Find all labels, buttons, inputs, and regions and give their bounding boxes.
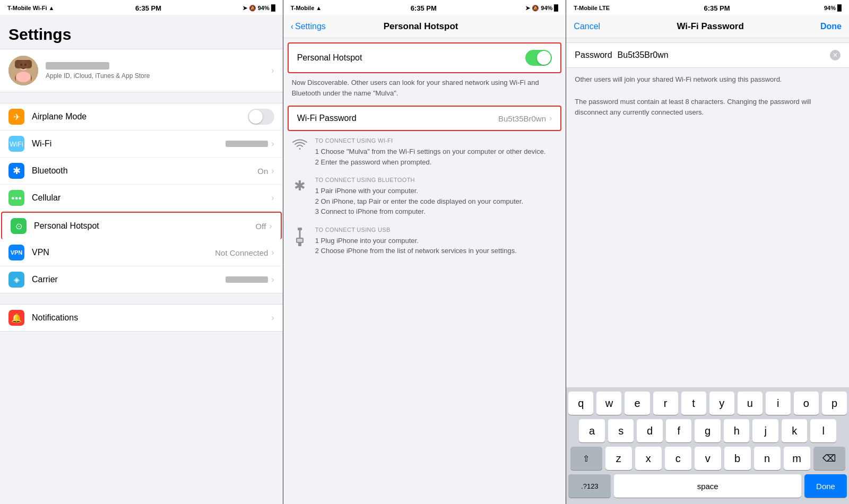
- profile-subtitle: Apple ID, iCloud, iTunes & App Store: [46, 72, 271, 80]
- toggle-knob: [249, 110, 263, 124]
- airplane-mode-label: Airplane Mode: [32, 112, 248, 121]
- key-k[interactable]: k: [782, 419, 808, 442]
- key-g[interactable]: g: [695, 419, 721, 442]
- panel-settings: T-Mobile Wi-Fi ▲ 6:35 PM ➤ 🔕 94% ▉ Setti…: [0, 0, 283, 504]
- row-vpn[interactable]: VPN VPN Not Connected ›: [0, 239, 283, 266]
- cancel-button[interactable]: Cancel: [574, 22, 600, 31]
- bt-connect-icon: ✱: [292, 178, 308, 194]
- key-y[interactable]: y: [709, 392, 734, 415]
- status-bar-3: T-Mobile LTE 6:35 PM 94% ▉: [566, 0, 849, 15]
- done-button[interactable]: Done: [820, 22, 842, 31]
- key-i[interactable]: i: [766, 392, 791, 415]
- svg-rect-10: [299, 230, 300, 238]
- bluetooth-label: Bluetooth: [32, 166, 257, 176]
- password-content: Password Bu5t35Br0wn ✕ Other users will …: [566, 38, 849, 387]
- profile-info: Apple ID, iCloud, iTunes & App Store: [46, 62, 271, 80]
- connect-wifi-text: TO CONNECT USING WI-FI 1 Choose "Mulva" …: [315, 137, 546, 167]
- row-notifications[interactable]: 🔔 Notifications ›: [0, 305, 283, 331]
- connect-instructions: TO CONNECT USING WI-FI 1 Choose "Mulva" …: [283, 137, 566, 256]
- status-carrier-1: T-Mobile Wi-Fi ▲: [7, 5, 54, 11]
- key-space[interactable]: space: [614, 474, 801, 498]
- svg-rect-12: [297, 239, 302, 242]
- key-d[interactable]: d: [637, 419, 663, 442]
- key-o[interactable]: o: [794, 392, 819, 415]
- password-field-row[interactable]: Password Bu5t35Br0wn ✕: [566, 42, 849, 68]
- key-t[interactable]: t: [681, 392, 706, 415]
- vpn-icon: VPN: [8, 245, 24, 260]
- status-battery-3: 94% ▉: [824, 5, 842, 12]
- key-m[interactable]: m: [784, 447, 810, 470]
- wifi-label: Wi-Fi: [32, 139, 226, 149]
- nav-title-password: Wi-Fi Password: [677, 21, 743, 32]
- key-e[interactable]: e: [625, 392, 649, 415]
- back-button[interactable]: ‹ Settings: [291, 22, 326, 31]
- connect-bt-step3: 3 Connect to iPhone from computer.: [315, 206, 523, 217]
- row-personal-hotspot[interactable]: ⊙ Personal Hotspot Off ›: [1, 212, 282, 239]
- hotspot-description: Now Discoverable. Other users can look f…: [283, 73, 566, 106]
- key-x[interactable]: x: [635, 447, 662, 470]
- connect-bt-header: TO CONNECT USING BLUETOOTH: [315, 177, 523, 183]
- connect-usb-step2: 2 Choose iPhone from the list of network…: [315, 246, 517, 256]
- key-p[interactable]: p: [822, 392, 847, 415]
- key-delete[interactable]: ⌫: [813, 447, 845, 470]
- vpn-value: Not Connected: [215, 248, 268, 257]
- wifi-password-row[interactable]: Wi-Fi Password Bu5t35Br0wn ›: [289, 107, 561, 130]
- key-n[interactable]: n: [754, 447, 781, 470]
- key-h[interactable]: h: [724, 419, 750, 442]
- status-carrier-2: T-Mobile ▲: [291, 5, 322, 11]
- row-cellular[interactable]: ●●● Cellular ›: [0, 185, 283, 212]
- panel-wifi-password: T-Mobile LTE 6:35 PM 94% ▉ Cancel Wi-Fi …: [566, 0, 849, 504]
- connect-bt-step1: 1 Pair iPhone with your computer.: [315, 186, 523, 196]
- key-v[interactable]: v: [695, 447, 721, 470]
- wifi-value-blur: [226, 141, 268, 147]
- key-l[interactable]: l: [810, 419, 836, 442]
- svg-rect-9: [298, 228, 302, 230]
- connect-bt-text: TO CONNECT USING BLUETOOTH 1 Pair iPhone…: [315, 177, 523, 217]
- key-num[interactable]: .?123: [568, 474, 611, 498]
- hotspot-toggle-row[interactable]: Personal Hotspot: [289, 44, 561, 72]
- key-w[interactable]: w: [596, 392, 621, 415]
- key-a[interactable]: a: [579, 419, 605, 442]
- key-r[interactable]: r: [653, 392, 678, 415]
- keyboard-row-3: ⇧ z x c v b n m ⌫: [568, 447, 847, 470]
- carrier-icon: ◈: [8, 272, 24, 288]
- status-battery-2: ➤ 🔕 94% ▉: [525, 5, 558, 12]
- keyboard-row-2: a s d f g h j k l: [568, 419, 847, 442]
- status-time-2: 6:35 PM: [411, 4, 437, 12]
- key-b[interactable]: b: [724, 447, 751, 470]
- airplane-mode-toggle[interactable]: [248, 109, 274, 125]
- row-wifi[interactable]: WiFi Wi-Fi ›: [0, 131, 283, 158]
- keyboard: q w e r t y u i o p a s d f g h j k l ⇧ …: [566, 387, 849, 504]
- key-u[interactable]: u: [738, 392, 763, 415]
- chevron-icon: ›: [271, 166, 274, 176]
- settings-group-2: 🔔 Notifications ›: [0, 304, 283, 332]
- hotspot-label: Personal Hotspot: [34, 221, 256, 231]
- key-f[interactable]: f: [666, 419, 692, 442]
- row-carrier[interactable]: ◈ Carrier ›: [0, 266, 283, 293]
- connect-usb-step1: 1 Plug iPhone into your computer.: [315, 236, 517, 246]
- key-c[interactable]: c: [665, 447, 691, 470]
- row-airplane-mode[interactable]: ✈ Airplane Mode: [0, 103, 283, 131]
- hotspot-toggle-switch[interactable]: [525, 50, 552, 66]
- wifi-password-value: Bu5t35Br0wn: [498, 114, 546, 123]
- status-time-3: 6:35 PM: [704, 4, 730, 12]
- key-done[interactable]: Done: [804, 474, 847, 498]
- nav-bar-hotspot: ‹ Settings Personal Hotspot: [283, 15, 566, 38]
- clear-button[interactable]: ✕: [830, 50, 841, 60]
- key-j[interactable]: j: [752, 419, 778, 442]
- chevron-icon: ›: [271, 66, 274, 75]
- password-hint-1: Other users will join your shared Wi-Fi …: [566, 68, 849, 125]
- key-z[interactable]: z: [605, 447, 632, 470]
- chevron-icon: ›: [269, 221, 272, 231]
- profile-row[interactable]: Apple ID, iCloud, iTunes & App Store ›: [0, 49, 283, 92]
- key-q[interactable]: q: [568, 392, 593, 415]
- row-bluetooth[interactable]: ✱ Bluetooth On ›: [0, 158, 283, 185]
- key-shift[interactable]: ⇧: [570, 447, 602, 470]
- connect-wifi-header: TO CONNECT USING WI-FI: [315, 137, 546, 144]
- connect-usb-text: TO CONNECT USING USB 1 Plug iPhone into …: [315, 227, 517, 256]
- key-s[interactable]: s: [608, 419, 634, 442]
- bluetooth-icon: ✱: [8, 163, 24, 179]
- cellular-icon: ●●●: [8, 190, 24, 206]
- wifi-connect-icon: [292, 138, 308, 155]
- password-value: Bu5t35Br0wn: [618, 50, 830, 60]
